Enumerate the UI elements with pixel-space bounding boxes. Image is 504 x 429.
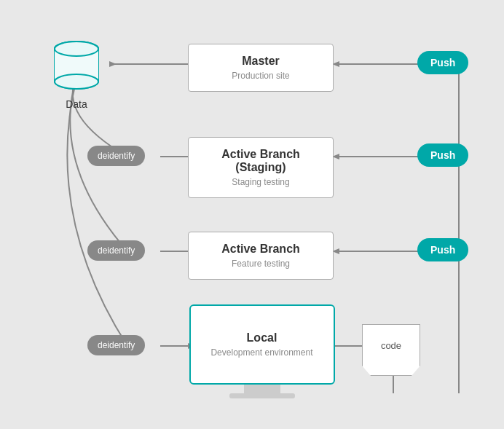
push-button-2[interactable]: Push	[417, 143, 468, 167]
local-subtitle: Development environment	[210, 347, 312, 358]
data-label: Data	[44, 98, 109, 110]
active-branch-feature-subtitle: Feature testing	[196, 259, 326, 269]
local-title: Local	[247, 331, 277, 345]
push-button-3[interactable]: Push	[417, 238, 468, 261]
cylinder-icon	[51, 38, 102, 93]
master-title: Master	[196, 55, 326, 68]
deidentify-pill-3: deidentify	[87, 335, 145, 355]
active-branch-feature-title: Active Branch	[196, 243, 326, 256]
svg-marker-10	[109, 61, 117, 67]
svg-point-24	[55, 42, 98, 56]
code-box-flap	[362, 366, 420, 376]
local-computer: Local Development environment	[184, 304, 340, 398]
active-branch-staging-box: Active Branch (Staging) Staging testing	[188, 137, 334, 198]
push-button-1[interactable]: Push	[417, 51, 468, 74]
active-branch-feature-box: Active Branch Feature testing	[188, 232, 334, 280]
deidentify-pill-1: deidentify	[87, 146, 145, 166]
code-box: code	[362, 324, 420, 366]
diagram: Data Master Production site Push deident…	[0, 0, 504, 429]
deidentify-pill-2: deidentify	[87, 240, 145, 261]
master-subtitle: Production site	[196, 71, 326, 81]
data-node: Data	[44, 38, 109, 110]
master-box: Master Production site	[188, 44, 334, 92]
monitor-base	[229, 393, 295, 398]
active-branch-staging-title: Active Branch (Staging)	[196, 148, 326, 174]
active-branch-staging-subtitle: Staging testing	[196, 177, 326, 187]
monitor-neck	[244, 385, 280, 393]
monitor: Local Development environment	[189, 304, 335, 385]
svg-point-23	[55, 74, 98, 89]
